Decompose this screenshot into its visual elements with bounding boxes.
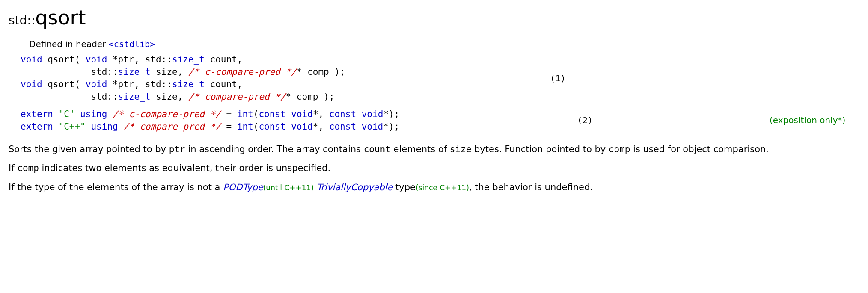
declaration-2-number: (2) <box>560 115 603 126</box>
paragraph-3: If the type of the elements of the array… <box>9 181 859 193</box>
paragraph-1: Sorts the given array pointed to by ptr … <box>9 143 859 155</box>
podtype-link[interactable]: PODType <box>223 182 263 192</box>
declaration-1-code: void qsort( void *ptr, std::size_t count… <box>21 53 345 103</box>
code-comp2: comp <box>17 163 39 173</box>
defined-in-prefix: Defined in header <box>29 39 109 49</box>
code-ptr: ptr <box>169 144 185 154</box>
declaration-2: extern "C" using /* c-compare-pred */ = … <box>21 107 859 134</box>
declaration-2-code: extern "C" using /* c-compare-pred */ = … <box>21 108 399 133</box>
code-count: count <box>364 144 391 154</box>
header-link[interactable]: <cstdlib> <box>109 39 155 49</box>
declaration-1-number: (1) <box>533 73 576 84</box>
triviallycopyable-link[interactable]: TriviallyCopyable <box>317 182 393 192</box>
declaration-block: Defined in header <cstdlib> void qsort( … <box>21 38 859 134</box>
code-comp: comp <box>609 144 630 154</box>
declaration-2-note: (exposition only*) <box>764 115 859 126</box>
page-title: std::qsort <box>9 4 859 31</box>
spacer <box>21 104 859 107</box>
since-cpp11-note: (since C++11) <box>416 183 469 192</box>
paragraph-2: If comp indicates two elements as equiva… <box>9 162 859 174</box>
title-name: qsort <box>35 6 86 29</box>
until-cpp11-note: (until C++11) <box>263 183 314 192</box>
declaration-1: void qsort( void *ptr, std::size_t count… <box>21 53 859 104</box>
title-namespace: std:: <box>9 13 35 27</box>
defined-in-header: Defined in header <cstdlib> <box>21 38 859 50</box>
code-size: size <box>450 144 472 154</box>
